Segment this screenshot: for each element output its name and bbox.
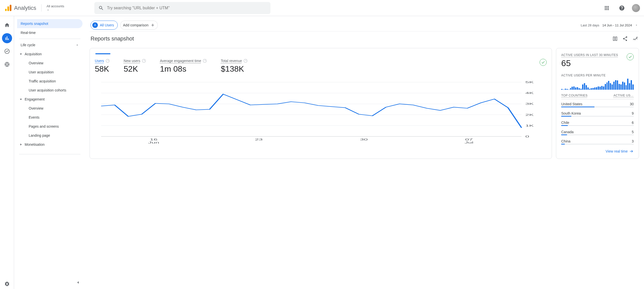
rt-bar bbox=[587, 87, 589, 90]
rail-home[interactable] bbox=[2, 20, 12, 30]
sidebar-acq-traffic-acquisition[interactable]: Traffic acquisition bbox=[17, 77, 83, 86]
sidebar-monetisation-group[interactable]: Monetisation bbox=[17, 140, 83, 149]
sidebar-reports-snapshot[interactable]: Reports snapshot bbox=[17, 19, 83, 28]
help-icon[interactable] bbox=[203, 59, 207, 63]
rt-bar bbox=[629, 83, 630, 90]
filter-bar: A All Users Add comparison Last 28 days … bbox=[90, 16, 639, 31]
triangle-down-icon bbox=[20, 98, 22, 101]
sidebar-life-cycle-label: Life cycle bbox=[21, 43, 35, 47]
country-row[interactable]: Canada5 bbox=[561, 127, 634, 134]
svg-text:2K: 2K bbox=[525, 113, 534, 116]
account-selector[interactable]: All accounts bbox=[41, 4, 64, 12]
country-row[interactable]: Chile6 bbox=[561, 118, 634, 125]
rail-ads[interactable] bbox=[2, 59, 12, 69]
analytics-logo-icon bbox=[4, 4, 12, 12]
page-title: Reports snapshot bbox=[91, 35, 134, 42]
add-comparison-chip[interactable]: Add comparison bbox=[120, 21, 158, 30]
rail-settings[interactable] bbox=[2, 279, 12, 289]
rt-bar bbox=[608, 81, 609, 90]
insights-icon[interactable] bbox=[632, 36, 638, 41]
metric-avg-engagement[interactable]: Average engagement time 1m 08s bbox=[160, 59, 207, 74]
sidebar-acq-user-acquisition[interactable]: User acquisition bbox=[17, 68, 83, 77]
rail-explore[interactable] bbox=[2, 46, 12, 56]
country-row[interactable]: China3 bbox=[561, 137, 634, 144]
triangle-right-icon bbox=[20, 143, 22, 146]
country-row[interactable]: South Korea9 bbox=[561, 109, 634, 116]
metric-new-users-value: 52K bbox=[124, 64, 146, 74]
sidebar-life-cycle-group[interactable]: Life cycle bbox=[17, 40, 83, 50]
rt-countries-col-right: ACTIVE US… bbox=[614, 94, 634, 97]
metric-total-revenue[interactable]: Total revenue $138K bbox=[221, 59, 248, 74]
help-button[interactable] bbox=[617, 3, 627, 13]
sidebar-collapse-button[interactable] bbox=[75, 280, 80, 286]
country-progress bbox=[561, 125, 634, 126]
sidebar-eng-overview[interactable]: Overview bbox=[17, 104, 83, 113]
svg-text:23: 23 bbox=[255, 138, 263, 141]
all-users-chip[interactable]: A All Users bbox=[91, 21, 118, 30]
home-icon bbox=[4, 22, 10, 28]
sidebar-acq-overview[interactable]: Overview bbox=[17, 59, 83, 68]
rt-per-minute-bars bbox=[561, 79, 634, 90]
rt-bar bbox=[567, 89, 568, 90]
apps-grid-icon bbox=[604, 5, 610, 11]
country-name: China bbox=[561, 139, 571, 143]
help-icon[interactable] bbox=[106, 59, 110, 63]
metric-users-value: 58K bbox=[95, 64, 110, 74]
country-value: 5 bbox=[632, 130, 634, 134]
data-quality-badge[interactable] bbox=[540, 59, 547, 66]
rt-bar bbox=[612, 84, 613, 90]
metric-new-users[interactable]: New users 52K bbox=[124, 59, 146, 74]
country-progress bbox=[561, 116, 634, 117]
rt-bar bbox=[572, 87, 573, 90]
date-range-picker[interactable]: Last 28 days 14 Jun - 11 Jul 2024 bbox=[581, 23, 638, 27]
sidebar-acq-user-acquisition-cohorts[interactable]: User acquisition cohorts bbox=[17, 86, 83, 95]
search-input[interactable] bbox=[107, 6, 266, 10]
trend-icon bbox=[4, 49, 10, 54]
rt-bar bbox=[617, 80, 618, 90]
app-header: Analytics All accounts bbox=[0, 0, 644, 16]
target-icon bbox=[4, 62, 10, 67]
logo[interactable]: Analytics bbox=[4, 4, 36, 12]
svg-text:3K: 3K bbox=[525, 102, 534, 105]
country-row[interactable]: United States30 bbox=[561, 100, 634, 107]
share-icon[interactable] bbox=[622, 36, 628, 41]
sidebar-realtime[interactable]: Real-time bbox=[17, 28, 83, 37]
view-realtime-link[interactable]: View real time bbox=[561, 146, 634, 154]
help-icon[interactable] bbox=[244, 59, 248, 63]
rt-per-minute-label: ACTIVE USERS PER MINUTE bbox=[561, 74, 634, 77]
rt-bar bbox=[620, 84, 622, 90]
sidebar-eng-pages-screens[interactable]: Pages and screens bbox=[17, 122, 83, 131]
sidebar-eng-landing-page[interactable]: Landing page bbox=[17, 131, 83, 140]
sidebar: Reports snapshot Real-time Life cycle Ac… bbox=[14, 16, 85, 289]
rt-bar bbox=[631, 80, 632, 90]
realtime-card: ACTIVE USERS IN LAST 30 MINUTES 65 ACTIV… bbox=[556, 48, 639, 159]
chevron-down-icon bbox=[47, 9, 50, 12]
sidebar-acquisition-label: Acquisition bbox=[25, 52, 42, 56]
arrow-right-icon bbox=[629, 149, 634, 154]
apps-button[interactable] bbox=[602, 3, 612, 13]
search-box[interactable] bbox=[94, 2, 270, 14]
rt-bar bbox=[607, 82, 608, 90]
compare-icon[interactable] bbox=[612, 36, 618, 41]
check-icon bbox=[628, 55, 632, 59]
user-avatar[interactable] bbox=[632, 4, 640, 12]
add-comparison-label: Add comparison bbox=[123, 23, 148, 27]
sidebar-acquisition-group[interactable]: Acquisition bbox=[17, 50, 83, 59]
rt-bar bbox=[605, 84, 606, 90]
sidebar-eng-events[interactable]: Events bbox=[17, 113, 83, 122]
rt-data-quality-badge[interactable] bbox=[627, 53, 634, 60]
svg-text:1K: 1K bbox=[525, 124, 534, 127]
sidebar-engagement-group[interactable]: Engagement bbox=[17, 95, 83, 104]
metric-users[interactable]: Users 58K bbox=[95, 59, 110, 74]
country-progress bbox=[561, 144, 634, 144]
svg-text:Jul: Jul bbox=[465, 141, 473, 144]
rt-bar bbox=[589, 89, 590, 90]
rail-reports[interactable] bbox=[2, 33, 12, 43]
svg-text:4K: 4K bbox=[525, 91, 534, 94]
svg-text:16: 16 bbox=[150, 138, 158, 141]
search-icon bbox=[98, 5, 104, 11]
sidebar-engagement-label: Engagement bbox=[25, 97, 45, 101]
rt-bar bbox=[598, 86, 599, 90]
rt-bar bbox=[570, 88, 571, 90]
help-icon[interactable] bbox=[142, 59, 146, 63]
